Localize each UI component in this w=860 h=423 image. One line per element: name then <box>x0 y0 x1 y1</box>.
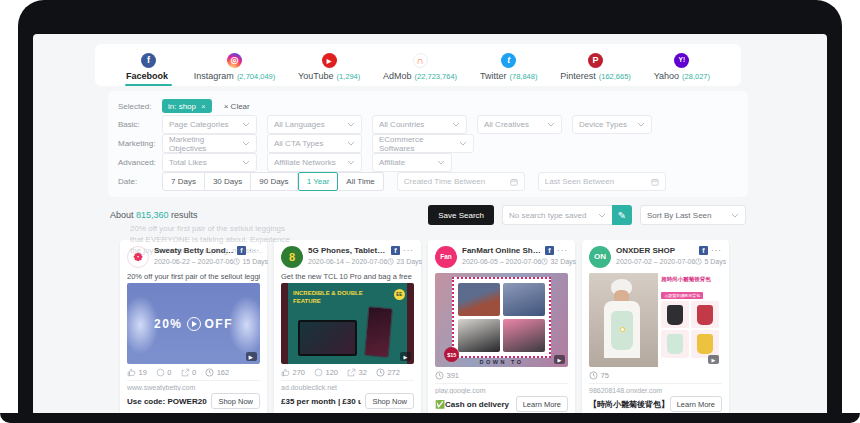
filter-row-basic: Basic: Page Categories All Languages All… <box>118 115 738 134</box>
chevron-down-icon <box>637 122 645 127</box>
ecommerce-softwares-dropdown[interactable]: ECommerce Softwares <box>372 134 474 153</box>
tab-facebook[interactable]: f Facebook <box>121 48 176 86</box>
chevron-down-icon <box>598 213 606 218</box>
cta-types-dropdown[interactable]: All CTA Types <box>267 134 362 153</box>
creative-type-badge: ▶ <box>400 352 411 361</box>
ad-card[interactable]: 8 5G Phones, Tablets & SIMs | ... f ··· … <box>274 240 421 413</box>
tv-graphic <box>298 320 357 356</box>
advanced-label: Advanced: <box>118 158 162 167</box>
card-menu-icon[interactable]: ··· <box>249 246 260 255</box>
facebook-icon: f <box>237 246 246 255</box>
saved-search-dropdown[interactable]: No search type saved <box>502 205 612 225</box>
like-icon <box>281 368 290 377</box>
ad-results-grid: ❁ Sweaty Betty London | Wom... f ··· 202… <box>120 240 729 413</box>
twitter-icon: t <box>501 53 516 68</box>
date-1-year-button[interactable]: 1 Year <box>298 172 339 191</box>
learn-more-button[interactable]: Learn More <box>516 396 568 412</box>
ad-card[interactable]: Fan FanMart Online Shopping - F... f ···… <box>428 240 575 413</box>
chevron-down-icon <box>347 122 355 127</box>
tab-admob[interactable]: ∩ AdMob(22,723,764) <box>378 48 462 86</box>
tab-youtube[interactable]: ▶ YouTube(1,294) <box>293 48 365 86</box>
model-photo <box>589 273 658 367</box>
card-menu-icon[interactable]: ··· <box>557 246 568 255</box>
card-menu-icon[interactable]: ··· <box>711 246 722 255</box>
ad-subtext: Shop Now <box>127 412 260 413</box>
total-likes-dropdown[interactable]: Total Likes <box>162 153 257 172</box>
affiliate-networks-dropdown[interactable]: Affiliate Networks <box>267 153 362 172</box>
ad-card[interactable]: ON ONXDER SHOP f ··· 2020-07-02 – 2020-0… <box>582 240 729 413</box>
selected-filter-tag[interactable]: in: shop × <box>162 99 212 113</box>
tab-label: Instagram <box>194 71 234 81</box>
created-time-input[interactable]: Created Time Between <box>397 172 525 191</box>
ad-card[interactable]: ❁ Sweaty Betty London | Wom... f ··· 202… <box>120 240 267 413</box>
chevron-down-icon <box>452 122 460 127</box>
calendar-icon <box>510 178 518 186</box>
ee-logo: EE <box>394 289 405 300</box>
clock-icon <box>376 368 385 377</box>
tab-count: (78,848) <box>509 72 537 81</box>
advertiser-avatar: ON <box>589 246 611 268</box>
clear-filters-button[interactable]: × Clear <box>224 102 250 111</box>
affiliate-dropdown[interactable]: Affiliate <box>372 153 452 172</box>
ad-domain: ad.doubleclick.net <box>281 380 414 391</box>
page-categories-dropdown[interactable]: Page Categories <box>162 115 257 134</box>
card-header: ❁ Sweaty Betty London | Wom... f ··· 202… <box>127 246 260 268</box>
pencil-icon: ✎ <box>618 210 626 221</box>
remove-tag-icon[interactable]: × <box>201 102 206 111</box>
days-running: 15 Days <box>233 258 268 265</box>
stats-row: 270 120 32 272 <box>281 368 414 377</box>
advertiser-avatar: Fan <box>435 246 457 268</box>
ad-creative-video[interactable]: 20% OFF ▶ <box>127 283 260 364</box>
tab-count: (2,704,049) <box>237 72 275 81</box>
yahoo-icon: Y! <box>674 53 689 68</box>
comment-icon <box>314 368 323 377</box>
save-search-button[interactable]: Save Search <box>428 205 494 225</box>
days-running: 5 Days <box>695 258 726 265</box>
ad-creative-image[interactable]: INCREDIBLE & DOUBLE FEATURE EE ▶ <box>281 283 414 364</box>
clock-icon <box>233 258 240 265</box>
sort-dropdown[interactable]: Sort By Last Seen <box>640 205 746 225</box>
shop-now-button[interactable]: Shop Now <box>211 393 260 409</box>
advertiser-title[interactable]: ONXDER SHOP <box>616 246 696 255</box>
device-types-dropdown[interactable]: Device Types <box>572 115 652 134</box>
date-all-time-button[interactable]: All Time <box>338 172 383 191</box>
chevron-down-icon <box>242 141 250 146</box>
last-seen-input[interactable]: Last Seen Between <box>538 172 666 191</box>
facebook-icon: f <box>699 246 708 255</box>
tab-yahoo[interactable]: Y! Yahoo(28,027) <box>649 48 715 86</box>
tab-pinterest[interactable]: P Pinterest(162,665) <box>555 48 636 86</box>
advertiser-title[interactable]: FanMart Online Shopping - F... <box>462 246 542 255</box>
tab-label: Pinterest <box>560 71 596 81</box>
ad-domain: 986208148.onxder.com <box>589 383 722 394</box>
creative-tag: 小雛菊刺繡帆布背包 <box>661 292 703 299</box>
shop-now-button[interactable]: Shop Now <box>365 393 414 409</box>
languages-dropdown[interactable]: All Languages <box>267 115 362 134</box>
ad-creative-image[interactable]: 超時尚小雛菊後背包 小雛菊刺繡帆布背包 ▶ <box>589 273 722 367</box>
device-base <box>0 413 860 423</box>
countries-dropdown[interactable]: All Countries <box>372 115 467 134</box>
calendar-icon <box>651 178 659 186</box>
tab-twitter[interactable]: t Twitter(78,848) <box>475 48 542 86</box>
date-90-days-button[interactable]: 90 Days <box>251 172 297 191</box>
tab-instagram[interactable]: ◎ Instagram(2,704,049) <box>189 48 280 86</box>
date-range: 2020-07-02 – 2020-07-06 <box>616 258 695 265</box>
tab-count: (162,665) <box>599 72 631 81</box>
product-grid <box>452 277 550 358</box>
marketing-label: Marketing: <box>118 139 162 148</box>
advertiser-title[interactable]: 5G Phones, Tablets & SIMs | ... <box>308 246 388 255</box>
marketing-objectives-dropdown[interactable]: Marketing Objectives <box>162 134 257 153</box>
creatives-dropdown[interactable]: All Creatives <box>477 115 562 134</box>
date-30-days-button[interactable]: 30 Days <box>205 172 251 191</box>
date-7-days-button[interactable]: 7 Days <box>162 172 205 191</box>
share-icon <box>181 368 190 377</box>
filter-panel: Selected: in: shop × × Clear Basic: Page… <box>108 91 748 197</box>
advertiser-title[interactable]: Sweaty Betty London | Wom... <box>154 246 234 255</box>
learn-more-button[interactable]: Learn More <box>670 396 722 412</box>
chevron-down-icon <box>242 160 250 165</box>
advertiser-avatar: 8 <box>281 246 303 268</box>
comment-icon <box>156 368 165 377</box>
ad-creative-carousel[interactable]: $15 DOWN TO ▶ <box>435 273 568 367</box>
card-menu-icon[interactable]: ··· <box>403 246 414 255</box>
play-icon[interactable] <box>187 317 201 331</box>
edit-saved-search-button[interactable]: ✎ <box>612 205 632 225</box>
